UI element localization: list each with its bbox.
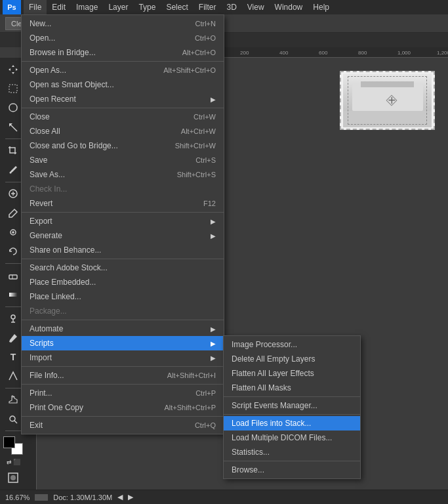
tool-hand[interactable]: [3, 391, 23, 409]
menu-item-place-embedded[interactable]: Place Embedded...: [22, 275, 224, 289]
submenu-load-dicom[interactable]: Load Multiple DICOM Files...: [224, 430, 360, 445]
menu-help[interactable]: Help: [308, 0, 335, 14]
submenu-flatten-masks[interactable]: Flatten All Masks: [224, 381, 360, 395]
svg-point-19: [12, 232, 14, 233]
menu-item-import[interactable]: Import ▶: [22, 350, 224, 365]
tool-eyedropper[interactable]: [3, 161, 23, 179]
menu-item-place-linked[interactable]: Place Linked...: [22, 289, 224, 304]
tool-zoom[interactable]: [3, 410, 23, 428]
menu-item-print[interactable]: Print... Ctrl+P: [22, 386, 224, 400]
foreground-color-swatch[interactable]: [3, 436, 15, 448]
tool-pen[interactable]: [3, 329, 23, 346]
menu-item-file-info[interactable]: File Info... Alt+Shift+Ctrl+I: [22, 368, 224, 383]
doc-info: Doc: 1.30M/1.30M: [53, 494, 112, 501]
menu-item-browse-bridge[interactable]: Browse in Bridge... Alt+Ctrl+O: [22, 45, 224, 60]
navigate-right[interactable]: ▶: [128, 493, 133, 501]
menu-item-automate[interactable]: Automate ▶: [22, 322, 224, 336]
tool-magic-wand[interactable]: [3, 118, 23, 136]
menu-window[interactable]: Window: [270, 0, 308, 14]
menu-item-package: Package...: [22, 304, 224, 318]
color-control-buttons: ⇄ ⬛: [7, 459, 20, 465]
submenu-load-stack[interactable]: Load Files into Stack...: [224, 416, 360, 430]
menu-sep-2: [22, 108, 224, 108]
svg-line-12: [10, 125, 17, 131]
tool-separator-5: [5, 388, 21, 388]
tool-rectangular-marquee[interactable]: [3, 79, 23, 97]
tool-history-brush[interactable]: [3, 243, 23, 261]
menu-bar: Ps File Edit Image Layer Type Select Fil…: [0, 0, 448, 14]
svg-line-27: [14, 421, 17, 423]
menu-select[interactable]: Select: [161, 0, 193, 14]
menu-file[interactable]: File: [24, 0, 47, 14]
submenu-sep-1: [224, 396, 360, 397]
tool-separator-1: [5, 138, 21, 139]
tool-separator-3: [5, 263, 21, 264]
menu-item-search-stock[interactable]: Search Adobe Stock...: [22, 261, 224, 275]
svg-rect-20: [9, 275, 17, 279]
menu-item-revert[interactable]: Revert F12: [22, 196, 224, 211]
submenu-delete-empty[interactable]: Delete All Empty Layers: [224, 352, 360, 366]
menu-item-open-as[interactable]: Open As... Alt+Shift+Ctrl+O: [22, 63, 224, 77]
menu-item-export[interactable]: Export ▶: [22, 214, 224, 228]
tool-gradient[interactable]: [3, 285, 23, 303]
menu-item-scripts[interactable]: Scripts ▶: [22, 336, 224, 350]
menu-item-close-all[interactable]: Close All Alt+Ctrl+W: [22, 124, 224, 138]
svg-text:200: 200: [240, 50, 249, 56]
tool-clone-stamp[interactable]: [3, 223, 23, 241]
menu-3d[interactable]: 3D: [221, 0, 241, 14]
svg-point-14: [10, 172, 12, 174]
tool-lasso[interactable]: [3, 99, 23, 117]
default-colors-button[interactable]: ⬛: [13, 459, 20, 465]
submenu-flatten-effects[interactable]: Flatten All Layer Effects: [224, 366, 360, 381]
menu-item-save[interactable]: Save Ctrl+S: [22, 153, 224, 167]
menu-item-share-behance[interactable]: Share on Behance...: [22, 243, 224, 257]
scripts-submenu: Image Processor... Delete All Empty Laye…: [223, 335, 361, 479]
svg-text:1,200: 1,200: [437, 50, 448, 56]
tool-quick-mask[interactable]: [3, 469, 23, 487]
menu-item-new[interactable]: New... Ctrl+N: [22, 16, 224, 31]
submenu-statistics[interactable]: Statistics...: [224, 445, 360, 459]
menu-item-exit[interactable]: Exit Ctrl+Q: [22, 418, 224, 432]
tool-move[interactable]: [3, 60, 23, 78]
tool-path-selection[interactable]: [3, 368, 23, 385]
svg-rect-22: [9, 293, 17, 297]
menu-sep-8: [22, 416, 224, 417]
menu-item-open-recent[interactable]: Open Recent ▶: [22, 92, 224, 106]
svg-point-29: [10, 475, 16, 480]
image-inner: [343, 74, 432, 127]
svg-text:1,000: 1,000: [397, 50, 411, 56]
menu-sep-5: [22, 320, 224, 320]
menu-layer[interactable]: Layer: [103, 0, 133, 14]
menu-item-open-smart[interactable]: Open as Smart Object...: [22, 77, 224, 92]
navigate-left[interactable]: ◀: [117, 493, 123, 501]
tool-crop[interactable]: [3, 142, 23, 159]
menu-item-save-as[interactable]: Save As... Shift+Ctrl+S: [22, 167, 224, 182]
zoom-slider[interactable]: [35, 494, 48, 501]
submenu-sep-3: [224, 461, 360, 461]
menu-view[interactable]: View: [242, 0, 270, 14]
tool-separator-6: [5, 430, 21, 431]
menu-item-close[interactable]: Close Ctrl+W: [22, 110, 224, 124]
image-preview: [340, 71, 435, 130]
submenu-image-processor[interactable]: Image Processor...: [224, 337, 360, 352]
swap-colors-button[interactable]: ⇄: [7, 459, 12, 465]
tool-dodge[interactable]: [3, 310, 23, 327]
menu-item-generate[interactable]: Generate ▶: [22, 228, 224, 243]
tool-text[interactable]: T: [3, 348, 23, 366]
menu-type[interactable]: Type: [133, 0, 161, 14]
color-swatches[interactable]: [3, 436, 23, 454]
tool-brush[interactable]: [3, 204, 23, 222]
menu-item-print-one[interactable]: Print One Copy Alt+Shift+Ctrl+P: [22, 400, 224, 415]
tool-eraser[interactable]: [3, 266, 23, 284]
menu-filter[interactable]: Filter: [193, 0, 222, 14]
menu-sep-4: [22, 259, 224, 259]
menu-item-close-bridge[interactable]: Close and Go to Bridge... Shift+Ctrl+W: [22, 138, 224, 153]
submenu-browse[interactable]: Browse...: [224, 463, 360, 477]
menu-sep-1: [22, 61, 224, 62]
menu-sep-3: [22, 212, 224, 213]
submenu-script-events[interactable]: Script Events Manager...: [224, 398, 360, 413]
menu-image[interactable]: Image: [71, 0, 103, 14]
menu-edit[interactable]: Edit: [47, 0, 71, 14]
tool-heal[interactable]: [3, 185, 23, 203]
menu-item-open[interactable]: Open... Ctrl+O: [22, 31, 224, 45]
